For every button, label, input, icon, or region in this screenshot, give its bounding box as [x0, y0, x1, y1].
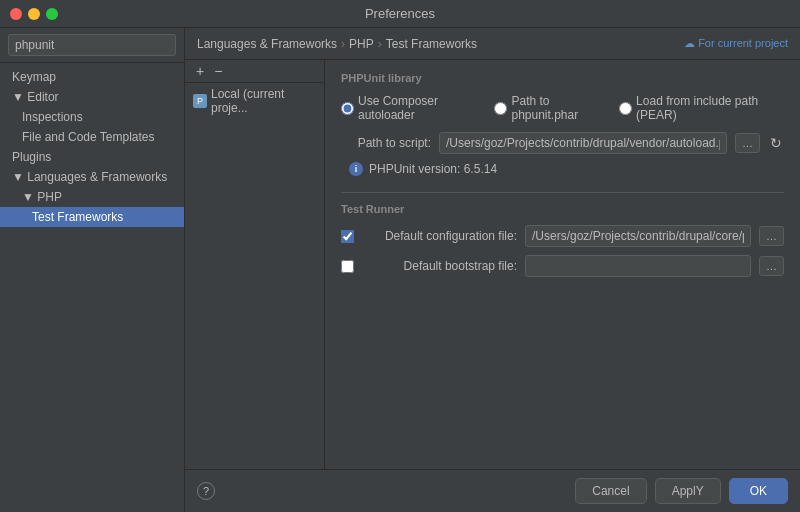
- ok-button[interactable]: OK: [729, 478, 788, 504]
- breadcrumb-sep-2: ›: [378, 37, 382, 51]
- sidebar-item-editor[interactable]: ▼ Editor: [0, 87, 184, 107]
- path-browse-button[interactable]: …: [735, 133, 760, 153]
- phpunit-library-section: PHPUnit library Use Composer autoloader …: [341, 72, 784, 176]
- section-divider: [341, 192, 784, 193]
- content-area: + − P Local (current proje... PHPUnit li…: [185, 60, 800, 469]
- bottom-left: ?: [197, 482, 215, 500]
- local-icon: P: [193, 94, 207, 108]
- bottom-bar: ? Cancel ApplY OK: [185, 469, 800, 512]
- default-bootstrap-checkbox[interactable]: [341, 260, 354, 273]
- breadcrumb-part-1: Languages & Frameworks: [197, 37, 337, 51]
- test-runner-section: Test Runner Default configuration file: …: [341, 203, 784, 277]
- list-toolbar: + −: [185, 60, 324, 83]
- maximize-button[interactable]: [46, 8, 58, 20]
- title-bar: Preferences: [0, 0, 800, 28]
- default-config-input[interactable]: [525, 225, 751, 247]
- window-title: Preferences: [365, 6, 435, 21]
- search-bar: [0, 28, 184, 63]
- version-text: PHPUnit version: 6.5.14: [369, 162, 497, 176]
- radio-composer-label: Use Composer autoloader: [358, 94, 482, 122]
- sidebar-nav: Keymap ▼ Editor Inspections File and Cod…: [0, 63, 184, 512]
- radio-pear-input[interactable]: [619, 102, 632, 115]
- sidebar-item-php[interactable]: ▼ PHP: [0, 187, 184, 207]
- minimize-button[interactable]: [28, 8, 40, 20]
- path-to-script-input[interactable]: [439, 132, 727, 154]
- cancel-button[interactable]: Cancel: [575, 478, 646, 504]
- help-button[interactable]: ?: [197, 482, 215, 500]
- breadcrumb: Languages & Frameworks › PHP › Test Fram…: [197, 37, 477, 51]
- default-bootstrap-label: Default bootstrap file:: [362, 259, 517, 273]
- main-container: Keymap ▼ Editor Inspections File and Cod…: [0, 28, 800, 512]
- radio-pear[interactable]: Load from include path (PEAR): [619, 94, 784, 122]
- sidebar: Keymap ▼ Editor Inspections File and Cod…: [0, 28, 185, 512]
- config-browse-button[interactable]: …: [759, 226, 784, 246]
- list-item[interactable]: P Local (current proje...: [185, 83, 324, 119]
- sidebar-item-inspections[interactable]: Inspections: [0, 107, 184, 127]
- test-runner-title: Test Runner: [341, 203, 784, 215]
- breadcrumb-part-2: PHP: [349, 37, 374, 51]
- path-to-script-row: Path to script: … ↻: [341, 132, 784, 154]
- refresh-button[interactable]: ↻: [768, 135, 784, 151]
- phpunit-library-title: PHPUnit library: [341, 72, 784, 84]
- apply-button[interactable]: ApplY: [655, 478, 721, 504]
- breadcrumb-part-3: Test Frameworks: [386, 37, 477, 51]
- default-bootstrap-row: Default bootstrap file: …: [341, 255, 784, 277]
- radio-phar-label: Path to phpunit.phar: [511, 94, 607, 122]
- path-to-script-label: Path to script:: [341, 136, 431, 150]
- right-panel: Languages & Frameworks › PHP › Test Fram…: [185, 28, 800, 512]
- sidebar-item-plugins[interactable]: Plugins: [0, 147, 184, 167]
- default-config-row: Default configuration file: …: [341, 225, 784, 247]
- close-button[interactable]: [10, 8, 22, 20]
- list-panel: + − P Local (current proje...: [185, 60, 325, 469]
- sidebar-item-file-code[interactable]: File and Code Templates: [0, 127, 184, 147]
- radio-phar-input[interactable]: [494, 102, 507, 115]
- radio-composer-input[interactable]: [341, 102, 354, 115]
- traffic-lights: [10, 8, 58, 20]
- radio-pear-label: Load from include path (PEAR): [636, 94, 784, 122]
- bottom-right: Cancel ApplY OK: [575, 478, 788, 504]
- sidebar-item-keymap[interactable]: Keymap: [0, 67, 184, 87]
- for-current-project-link[interactable]: ☁ For current project: [684, 37, 788, 50]
- breadcrumb-sep-1: ›: [341, 37, 345, 51]
- default-config-checkbox[interactable]: [341, 230, 354, 243]
- radio-phar[interactable]: Path to phpunit.phar: [494, 94, 607, 122]
- radio-composer[interactable]: Use Composer autoloader: [341, 94, 482, 122]
- search-input[interactable]: [8, 34, 176, 56]
- list-item-label: Local (current proje...: [211, 87, 316, 115]
- list-items: P Local (current proje...: [185, 83, 324, 469]
- version-info: i PHPUnit version: 6.5.14: [341, 162, 784, 176]
- default-config-label: Default configuration file:: [362, 229, 517, 243]
- breadcrumb-bar: Languages & Frameworks › PHP › Test Fram…: [185, 28, 800, 60]
- settings-panel: PHPUnit library Use Composer autoloader …: [325, 60, 800, 469]
- sidebar-item-langs-frameworks[interactable]: ▼ Languages & Frameworks: [0, 167, 184, 187]
- info-icon: i: [349, 162, 363, 176]
- remove-button[interactable]: −: [211, 64, 225, 78]
- bootstrap-browse-button[interactable]: …: [759, 256, 784, 276]
- sidebar-item-test-frameworks[interactable]: Test Frameworks: [0, 207, 184, 227]
- radio-group: Use Composer autoloader Path to phpunit.…: [341, 94, 784, 122]
- default-bootstrap-input[interactable]: [525, 255, 751, 277]
- add-button[interactable]: +: [193, 64, 207, 78]
